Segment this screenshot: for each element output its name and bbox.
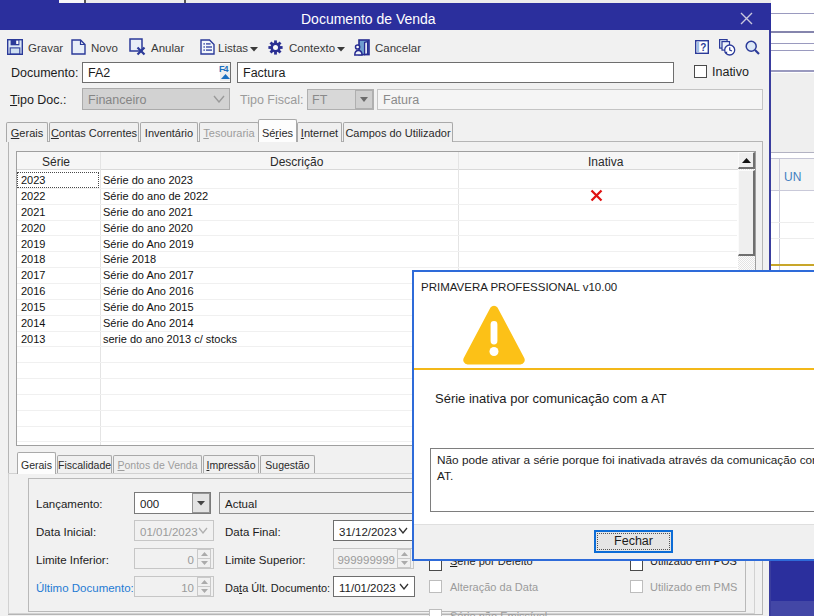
svg-text:?: ? bbox=[700, 42, 706, 53]
